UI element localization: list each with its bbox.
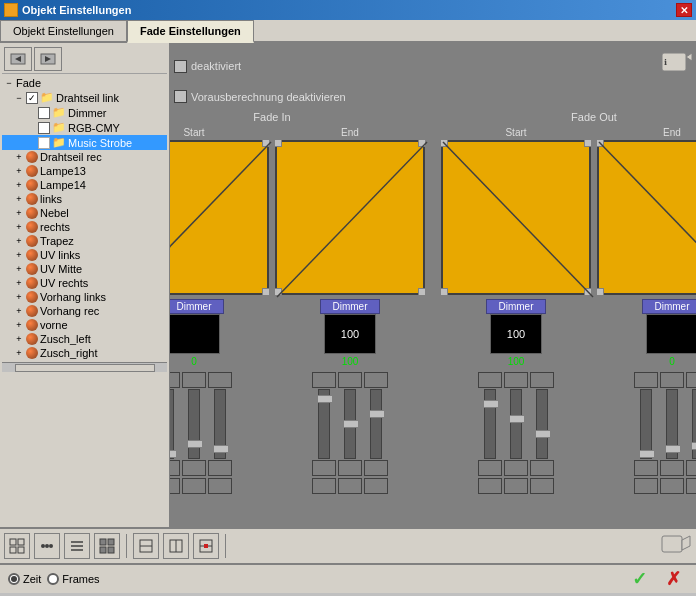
svg-rect-11 [10,539,16,545]
slider-track-9[interactable] [536,389,548,459]
tree-item-label: Lampe13 [40,165,86,177]
cancel-button[interactable]: ✗ [658,567,688,591]
checkbox-musicstrobe[interactable] [38,137,50,149]
fade-out-end-dimmer-btn[interactable]: Dimmer [642,299,696,314]
vorausberechnung-checkbox[interactable] [174,90,187,103]
tree-item-label: UV links [40,249,80,261]
tree-item-uvmitte[interactable]: + UV Mitte [2,262,167,276]
slider-thumb-10[interactable] [639,450,655,458]
slider-track-11[interactable] [666,389,678,459]
slider-thumb-4[interactable] [317,395,333,403]
tree-item-uvlinks[interactable]: + UV links [2,248,167,262]
slider-thumb-3[interactable] [213,445,229,453]
fade-in-end-dimmer-btn[interactable]: Dimmer [320,299,380,314]
slider-thumb-5[interactable] [343,420,359,428]
tree-item-uvrechts[interactable]: + UV rechts [2,276,167,290]
slider-track-6[interactable] [370,389,382,459]
fade-in-start-graph[interactable] [170,140,269,295]
ball-icon [26,291,38,303]
svg-rect-24 [108,547,114,553]
slider-track-8[interactable] [510,389,522,459]
tree-item-label: UV rechts [40,277,88,289]
slider-track-3[interactable] [214,389,226,459]
tree-item-vorne[interactable]: + vorne [2,318,167,332]
tree-item-nebel[interactable]: + Nebel [2,206,167,220]
tab-fade[interactable]: Fade Einstellungen [127,20,254,43]
checkbox-drahtseillink[interactable]: ✓ [26,92,38,104]
tab-objekt[interactable]: Objekt Einstellungen [0,20,127,41]
slider-thumb-1[interactable] [170,450,177,458]
toolbar-btn-5[interactable] [133,533,159,559]
separator-1 [126,534,127,558]
tree-item-lampe13[interactable]: + Lampe13 [2,164,167,178]
slider-thumb-9[interactable] [535,430,551,438]
toolbar-btn-6[interactable] [163,533,189,559]
radio-zeit[interactable]: Zeit [8,573,41,585]
slider-track-1[interactable] [170,389,174,459]
ball-icon [26,221,38,233]
fade-in-end-graph[interactable] [275,140,425,295]
slider-thumb-12[interactable] [691,442,696,450]
tree-item-vorhanglinks[interactable]: + Vorhang links [2,290,167,304]
toolbar-btn-2[interactable] [34,47,62,71]
svg-rect-22 [108,539,114,545]
slider-top-box [530,372,554,388]
checkbox-rgbcmy[interactable] [38,122,50,134]
slider-bot-box [660,460,684,476]
tree-item-label: Trapez [40,235,74,247]
tree-item-dimmer[interactable]: 📁 Dimmer [2,105,167,120]
svg-rect-14 [18,547,24,553]
tree-item-lampe14[interactable]: + Lampe14 [2,178,167,192]
svg-point-17 [49,544,53,548]
checkbox-dimmer[interactable] [38,107,50,119]
toolbar-btn-7[interactable] [193,533,219,559]
fade-out-start-dimmer-btn[interactable]: Dimmer [486,299,546,314]
tree-item-drahtseillink[interactable]: − ✓ 📁 Drahtseil link [2,90,167,105]
expand-spacer [26,138,36,148]
tree-root[interactable]: − Fade [2,76,167,90]
deaktiviert-row: deaktiviert ℹ [174,49,692,83]
deaktiviert-checkbox[interactable] [174,60,187,73]
tree-item-trapez[interactable]: + Trapez [2,234,167,248]
slider-thumb-6[interactable] [369,410,385,418]
toolbar-btn-dots[interactable] [34,533,60,559]
slider-thumb-7[interactable] [483,400,499,408]
slider-track-10[interactable] [640,389,652,459]
tree-item-rechts[interactable]: + rechts [2,220,167,234]
expand-icon: + [14,250,24,260]
ball-icon [26,249,38,261]
slider-track-5[interactable] [344,389,356,459]
fade-out-end-number: 0 [669,356,675,367]
slider-thumb-11[interactable] [665,445,681,453]
slider-thumb-8[interactable] [509,415,525,423]
toolbar-btn-grid2[interactable] [94,533,120,559]
fade-in-start-dimmer-btn[interactable]: Dimmer [170,299,224,314]
svg-rect-32 [662,536,682,552]
svg-rect-21 [100,539,106,545]
slider-thumb-2[interactable] [187,440,203,448]
toolbar-btn-grid[interactable] [4,533,30,559]
tree-item-rgbcmy[interactable]: 📁 RGB-CMY [2,120,167,135]
fade-out-end-graph[interactable] [597,140,696,295]
folder-icon: 📁 [40,91,54,104]
tree-item-drahtseilrec[interactable]: + Drahtseil rec [2,150,167,164]
slider-track-12[interactable] [692,389,696,459]
tree-item-links[interactable]: + links [2,192,167,206]
confirm-button[interactable]: ✓ [624,567,654,591]
radio-frames[interactable]: Frames [47,573,99,585]
slider-track-2[interactable] [188,389,200,459]
tree-item-zuschleft[interactable]: + Zusch_left [2,332,167,346]
slider-track-4[interactable] [318,389,330,459]
toolbar-btn-1[interactable] [4,47,32,71]
tab-bar: Objekt Einstellungen Fade Einstellungen [0,20,696,43]
expand-icon: + [14,208,24,218]
slider-track-7[interactable] [484,389,496,459]
folder-icon: 📁 [52,106,66,119]
toolbar-btn-list[interactable] [64,533,90,559]
tree-item-musicstrobe[interactable]: 📁 Music Strobe [2,135,167,150]
tree-item-vorhangrechts[interactable]: + Vorhang rec [2,304,167,318]
close-button[interactable]: ✕ [676,3,692,17]
fade-out-start-graph[interactable] [441,140,591,295]
tree-item-zuschright[interactable]: + Zusch_right [2,346,167,360]
svg-marker-33 [682,536,690,550]
